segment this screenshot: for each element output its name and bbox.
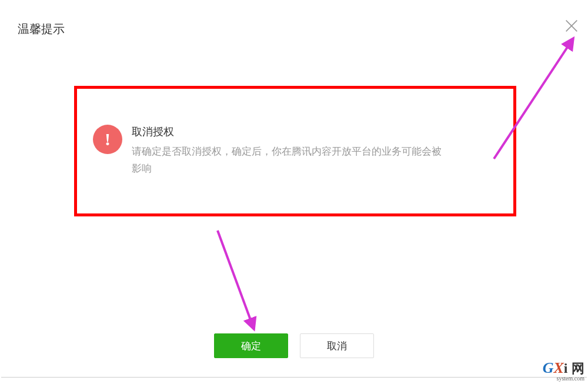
warning-text: 取消授权 请确定是否取消授权，确定后，你在腾讯内容开放平台的业务可能会被影响 (132, 125, 449, 178)
divider (1, 377, 587, 378)
svg-line-5 (218, 231, 254, 329)
annotation-arrow-icon (212, 225, 265, 336)
warning-content: ! 取消授权 请确定是否取消授权，确定后，你在腾讯内容开放平台的业务可能会被影响 (93, 125, 449, 178)
confirm-button[interactable]: 确定 (214, 333, 288, 358)
warning-icon: ! (93, 125, 122, 154)
dialog-title: 温馨提示 (18, 21, 65, 37)
close-icon (563, 18, 580, 36)
watermark: GXi 网 system.com (543, 359, 584, 382)
warning-heading: 取消授权 (132, 125, 449, 139)
warning-message: 请确定是否取消授权，确定后，你在腾讯内容开放平台的业务可能会被影响 (132, 143, 449, 178)
button-row: 确定 取消 (0, 333, 588, 358)
cancel-button[interactable]: 取消 (300, 333, 374, 358)
close-button[interactable] (562, 18, 581, 36)
